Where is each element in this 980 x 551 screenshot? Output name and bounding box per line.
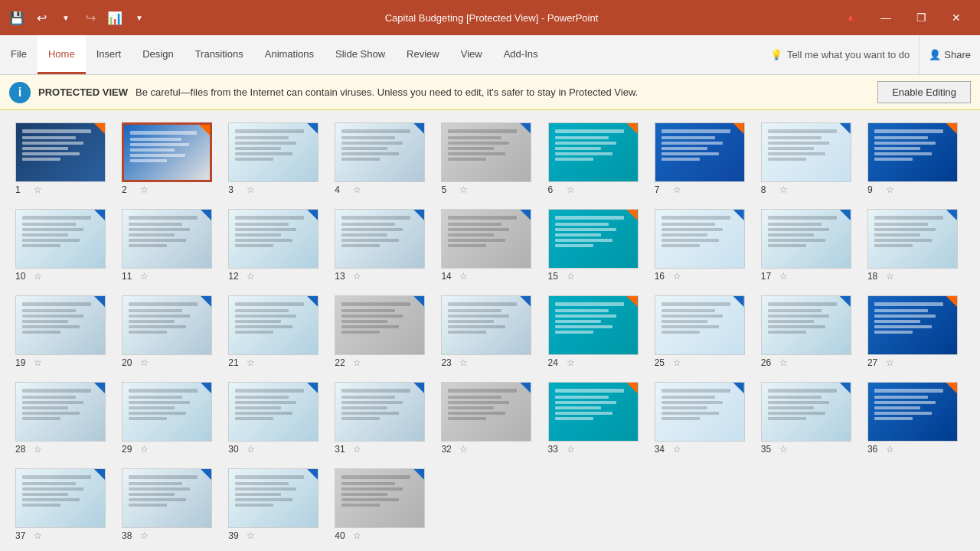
slide-item[interactable]: 6 ☆ <box>548 122 645 195</box>
slide-item[interactable]: 36 ☆ <box>867 382 965 455</box>
star-icon[interactable]: ☆ <box>34 271 42 282</box>
star-icon[interactable]: ☆ <box>247 444 255 455</box>
star-icon[interactable]: ☆ <box>140 530 149 541</box>
undo-dropdown[interactable]: ▼ <box>55 7 77 28</box>
tab-file[interactable]: File <box>0 35 38 74</box>
tab-insert[interactable]: Insert <box>86 35 132 74</box>
enable-editing-button[interactable]: Enable Editing <box>877 81 971 103</box>
tab-transitions[interactable]: Transitions <box>185 35 254 74</box>
slide-item[interactable]: 25 ☆ <box>655 295 752 368</box>
slide-item[interactable]: 31 ☆ <box>335 382 432 455</box>
slide-item[interactable]: 40 ☆ <box>335 468 432 541</box>
star-icon[interactable]: ☆ <box>886 271 894 282</box>
customize-qat-button[interactable]: ▼ <box>129 7 150 28</box>
slide-item[interactable]: 16 ☆ <box>655 209 752 282</box>
slide-item[interactable]: 23 ☆ <box>441 295 538 368</box>
slide-item[interactable]: 24 ☆ <box>548 295 645 368</box>
tell-me-input[interactable]: 💡 Tell me what you want to do <box>761 35 919 74</box>
star-icon[interactable]: ☆ <box>567 357 575 368</box>
tab-view[interactable]: View <box>450 35 493 74</box>
slide-item[interactable]: 15 ☆ <box>548 209 645 282</box>
star-icon[interactable]: ☆ <box>673 184 681 195</box>
tab-home[interactable]: Home <box>38 35 86 74</box>
undo-button[interactable]: ↩ <box>31 7 52 28</box>
save-button[interactable]: 💾 <box>6 7 28 28</box>
slide-item[interactable]: 19 ☆ <box>15 295 113 368</box>
star-icon[interactable]: ☆ <box>886 357 894 368</box>
star-icon[interactable]: ☆ <box>353 184 361 195</box>
star-icon[interactable]: ☆ <box>567 444 575 455</box>
minimize-button[interactable]: — <box>868 0 903 35</box>
redo-button[interactable]: ↪ <box>80 7 101 28</box>
star-icon[interactable]: ☆ <box>140 444 149 455</box>
star-icon[interactable]: ☆ <box>353 444 361 455</box>
slide-item[interactable]: 29 ☆ <box>122 382 219 455</box>
star-icon[interactable]: ☆ <box>886 184 894 195</box>
star-icon[interactable]: ☆ <box>779 184 788 195</box>
star-icon[interactable]: ☆ <box>247 530 255 541</box>
slide-item[interactable]: 30 ☆ <box>228 382 325 455</box>
slide-item[interactable]: 35 ☆ <box>761 382 858 455</box>
slide-item[interactable]: 28 ☆ <box>15 382 113 455</box>
slide-item[interactable]: 1 ☆ <box>15 122 113 195</box>
star-icon[interactable]: ☆ <box>34 444 42 455</box>
slide-item[interactable]: 22 ☆ <box>335 295 432 368</box>
star-icon[interactable]: ☆ <box>353 530 361 541</box>
slide-item[interactable]: 8 ☆ <box>761 122 858 195</box>
star-icon[interactable]: ☆ <box>140 184 149 195</box>
slide-item[interactable]: 14 ☆ <box>441 209 538 282</box>
slide-item[interactable]: 4 ☆ <box>335 122 432 195</box>
slide-item[interactable]: 2 ☆ <box>122 122 219 195</box>
star-icon[interactable]: ☆ <box>673 357 681 368</box>
slide-item[interactable]: 32 ☆ <box>441 382 538 455</box>
star-icon[interactable]: ☆ <box>779 271 788 282</box>
slide-item[interactable]: 10 ☆ <box>15 209 113 282</box>
slide-item[interactable]: 17 ☆ <box>761 209 858 282</box>
star-icon[interactable]: ☆ <box>140 357 149 368</box>
slide-item[interactable]: 33 ☆ <box>548 382 645 455</box>
star-icon[interactable]: ☆ <box>353 271 361 282</box>
star-icon[interactable]: ☆ <box>459 184 468 195</box>
star-icon[interactable]: ☆ <box>247 357 255 368</box>
star-icon[interactable]: ☆ <box>459 271 468 282</box>
star-icon[interactable]: ☆ <box>886 444 894 455</box>
star-icon[interactable]: ☆ <box>779 357 788 368</box>
slide-item[interactable]: 5 ☆ <box>441 122 538 195</box>
slide-item[interactable]: 20 ☆ <box>122 295 219 368</box>
slide-item[interactable]: 38 ☆ <box>122 468 219 541</box>
slide-item[interactable]: 11 ☆ <box>122 209 219 282</box>
tab-slideshow[interactable]: Slide Show <box>325 35 396 74</box>
star-icon[interactable]: ☆ <box>247 271 255 282</box>
slide-item[interactable]: 9 ☆ <box>867 122 965 195</box>
slide-item[interactable]: 39 ☆ <box>228 468 325 541</box>
help-button[interactable]: 🔺 <box>833 0 868 35</box>
share-button[interactable]: 👤 Share <box>919 35 980 74</box>
tab-design[interactable]: Design <box>132 35 184 74</box>
tab-animations[interactable]: Animations <box>254 35 325 74</box>
star-icon[interactable]: ☆ <box>34 357 42 368</box>
star-icon[interactable]: ☆ <box>353 357 361 368</box>
slide-item[interactable]: 7 ☆ <box>655 122 752 195</box>
slide-item[interactable]: 3 ☆ <box>228 122 325 195</box>
star-icon[interactable]: ☆ <box>34 184 42 195</box>
star-icon[interactable]: ☆ <box>247 184 255 195</box>
slide-item[interactable]: 18 ☆ <box>867 209 965 282</box>
tab-review[interactable]: Review <box>396 35 450 74</box>
star-icon[interactable]: ☆ <box>459 444 468 455</box>
close-button[interactable]: ✕ <box>939 0 974 35</box>
slide-item[interactable]: 12 ☆ <box>228 209 325 282</box>
star-icon[interactable]: ☆ <box>459 357 468 368</box>
slide-item[interactable]: 37 ☆ <box>15 468 113 541</box>
presentation-mode-button[interactable]: 📊 <box>104 7 126 28</box>
slide-item[interactable]: 34 ☆ <box>655 382 752 455</box>
star-icon[interactable]: ☆ <box>673 271 681 282</box>
star-icon[interactable]: ☆ <box>34 530 42 541</box>
slide-item[interactable]: 26 ☆ <box>761 295 858 368</box>
star-icon[interactable]: ☆ <box>567 184 575 195</box>
slide-item[interactable]: 21 ☆ <box>228 295 325 368</box>
star-icon[interactable]: ☆ <box>779 444 788 455</box>
star-icon[interactable]: ☆ <box>673 444 681 455</box>
slide-item[interactable]: 27 ☆ <box>867 295 965 368</box>
tab-addins[interactable]: Add-Ins <box>493 35 549 74</box>
star-icon[interactable]: ☆ <box>140 271 149 282</box>
